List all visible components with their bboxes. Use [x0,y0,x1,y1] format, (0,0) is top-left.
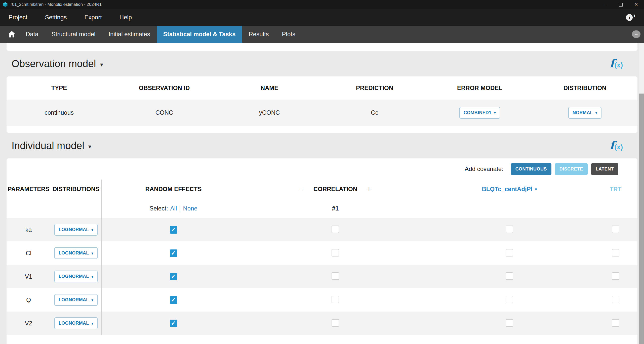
tab-structural-model[interactable]: Structural model [45,26,102,43]
covariate-blqtc-checkbox[interactable] [506,272,513,280]
random-effect-checkbox[interactable] [170,273,177,280]
observation-table-header: TYPE OBSERVATION ID NAME PREDICTION ERRO… [7,76,637,100]
scrollbar-track[interactable] [638,43,644,344]
chevron-down-icon: ▾ [100,59,103,68]
previous-section-edge [7,43,637,51]
correlation-checkbox[interactable] [332,296,339,303]
covariate-trt-header: TRT [610,186,622,193]
observation-model-card: TYPE OBSERVATION ID NAME PREDICTION ERRO… [7,76,637,133]
chevron-down-icon: ▾ [535,187,537,192]
parameter-label: ka [25,226,32,233]
distribution-dropdown[interactable]: LOGNORMAL▾ [54,317,98,329]
parameter-label: V2 [25,320,32,327]
random-effect-checkbox[interactable] [170,320,177,327]
menu-export[interactable]: Export [75,9,110,26]
column-header-distributions: DISTRIBUTIONS [53,186,100,193]
select-all-link[interactable]: All [170,205,177,212]
column-header-correlation: − CORRELATION + [299,185,371,193]
covariate-blqtc-dropdown[interactable]: BLQTc_centAdjPl ▾ [482,186,537,193]
random-effect-checkbox[interactable] [170,296,177,304]
menu-help[interactable]: Help [111,9,141,26]
distribution-dropdown[interactable]: LOGNORMAL▾ [54,247,98,259]
column-header-prediction: PREDICTION [356,84,393,92]
column-header-type: TYPE [51,84,67,92]
name-value: yCONC [259,109,280,116]
error-model-dropdown[interactable]: COMBINED1▾ [459,107,500,119]
covariate-trt-checkbox[interactable] [612,319,619,327]
tab-results[interactable]: Results [242,26,275,43]
formula-icon[interactable]: f(x) [610,58,623,69]
minimize-icon: – [604,2,606,7]
add-continuous-covariate-button[interactable]: CONTINUOUS [511,163,551,175]
tab-data[interactable]: Data [19,26,45,43]
tab-initial-estimates[interactable]: Initial estimates [102,26,156,43]
close-icon: ✕ [634,2,638,7]
covariate-blqtc-checkbox[interactable] [506,296,513,303]
panel-toggle-icon[interactable]: – [632,30,640,38]
window-controls: – ✕ [597,0,644,9]
notification-count-badge: 1 [633,14,635,18]
prediction-value: Cc [371,109,378,116]
section-title-text: Observation model [12,58,96,69]
column-header-random-effects: RANDOM EFFECTS [145,186,202,193]
individual-model-title[interactable]: Individual model ▾ [12,140,91,151]
tab-plots[interactable]: Plots [275,26,302,43]
select-label: Select: [149,205,168,212]
home-button[interactable] [5,26,19,43]
distribution-dropdown[interactable]: LOGNORMAL▾ [54,294,98,306]
window-titlebar: r01_2cmt.mlxtran - Monolix estimation - … [0,0,644,9]
add-covariate-row: Add covariate: CONTINUOUS DISCRETE LATEN… [7,158,637,180]
main-tab-bar: Data Structural model Initial estimates … [0,26,644,43]
add-latent-covariate-button[interactable]: LATENT [591,163,618,175]
covariate-trt-checkbox[interactable] [612,249,619,256]
menu-project[interactable]: Project [7,9,36,26]
correlation-checkbox[interactable] [332,319,339,327]
column-header-observation-id: OBSERVATION ID [139,84,190,92]
observation-model-title[interactable]: Observation model ▾ [12,58,103,69]
covariate-blqtc-checkbox[interactable] [506,226,513,233]
menu-settings[interactable]: Settings [36,9,76,26]
remove-correlation-button[interactable]: − [299,185,304,193]
correlation-checkbox[interactable] [332,249,339,256]
select-none-link[interactable]: None [183,205,197,212]
add-covariate-label: Add covariate: [465,165,503,173]
select-separator: | [179,205,181,212]
chevron-down-icon: ▾ [92,275,93,279]
add-correlation-button[interactable]: + [367,185,371,193]
covariate-trt-checkbox[interactable] [612,226,619,233]
home-icon [8,30,16,38]
distribution-dropdown[interactable]: LOGNORMAL▾ [54,224,98,236]
distribution-dropdown[interactable]: LOGNORMAL▾ [54,271,98,282]
minimize-button[interactable]: – [597,0,613,9]
observation-section-header: Observation model ▾ f(x) [7,51,637,76]
maximize-button[interactable] [613,0,628,9]
formula-icon[interactable]: f(x) [610,140,623,151]
close-button[interactable]: ✕ [628,0,644,9]
parameter-label: Q [26,296,31,304]
main-content: Observation model ▾ f(x) TYPE OBSERVATIO… [0,43,644,344]
observation-distribution-dropdown[interactable]: NORMAL▾ [568,107,601,119]
menu-bar: Project Settings Export Help i 1 [0,9,644,26]
covariate-trt-checkbox[interactable] [612,296,619,303]
chevron-down-icon: ▾ [92,228,93,232]
random-effects-select: Select: All | None [149,205,197,212]
correlation-checkbox[interactable] [332,226,339,233]
covariate-blqtc-checkbox[interactable] [506,249,513,256]
add-discrete-covariate-button[interactable]: DISCRETE [555,163,588,175]
covariate-blqtc-checkbox[interactable] [506,319,513,327]
window-title: r01_2cmt.mlxtran - Monolix estimation - … [11,2,102,7]
correlation-checkbox[interactable] [332,272,339,280]
column-header-error-model: ERROR MODEL [457,84,502,92]
random-effect-checkbox[interactable] [170,226,177,234]
column-header-parameters: PARAMETERS [8,186,49,193]
notifications-button[interactable]: i 1 [626,14,637,21]
column-header-distribution: DISTRIBUTION [564,84,607,92]
scrollbar-thumb[interactable] [639,94,644,344]
chevron-down-icon: ▾ [92,251,93,255]
covariate-trt-checkbox[interactable] [612,272,619,280]
chevron-down-icon: ▾ [92,298,93,302]
random-effect-checkbox[interactable] [170,249,177,257]
tab-statistical-model-tasks[interactable]: Statistical model & Tasks [157,26,242,43]
app-icon [3,2,8,7]
chevron-down-icon: ▾ [88,141,91,150]
